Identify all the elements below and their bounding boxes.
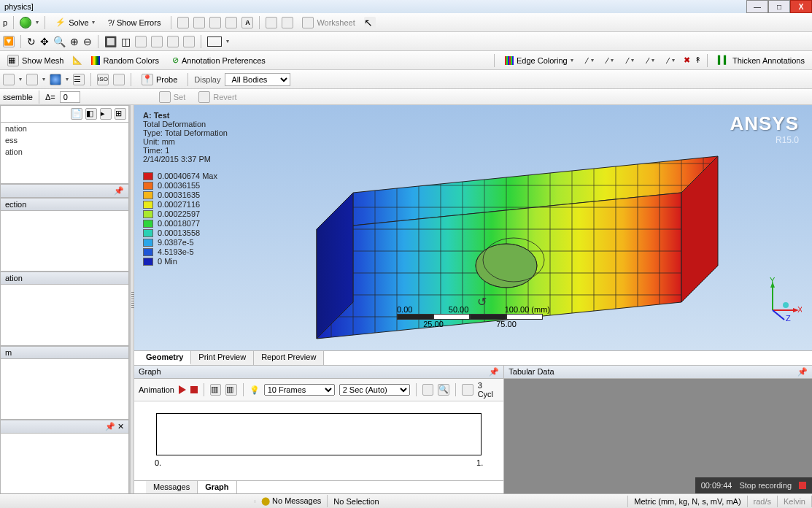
edge-style-4[interactable]: ∕▾ (643, 55, 659, 66)
solve-button[interactable]: ⚡Solve▾ (51, 17, 99, 28)
graph-body[interactable]: 0. 1. (134, 401, 503, 480)
set-icon (159, 91, 171, 103)
tree-item[interactable]: nation (1, 123, 128, 134)
window-minimize-button[interactable]: — (746, 0, 768, 13)
result-icon[interactable] (113, 74, 125, 85)
color-swatch[interactable] (207, 36, 222, 47)
show-errors-button[interactable]: ?/ Show Errors (104, 18, 166, 28)
edge-style-2[interactable]: ∕▾ (603, 55, 619, 66)
tool-icon[interactable]: A (241, 17, 253, 28)
worksheet-button[interactable]: Worksheet (298, 16, 359, 29)
result-icon[interactable] (26, 74, 38, 85)
view-tool-icon[interactable] (135, 36, 147, 47)
duration-select[interactable]: 2 Sec (Auto) (339, 384, 410, 396)
thicken-icon: ▍▍ (718, 55, 730, 65)
stop-button[interactable] (190, 386, 198, 393)
result-icon[interactable]: ☰ (73, 74, 85, 85)
graph-tool-icon[interactable] (462, 384, 473, 396)
tree-expand-icon[interactable]: ⊞ (115, 108, 126, 120)
bar-icon[interactable]: ▥ (210, 384, 222, 396)
pan-icon[interactable]: ✥ (40, 36, 49, 47)
close-icon[interactable]: ✕ (117, 422, 124, 431)
frames-select[interactable]: 10 Frames (264, 384, 335, 396)
edge-style-3[interactable]: ∕▾ (622, 55, 638, 66)
random-colors-button[interactable]: Random Colors (87, 55, 163, 66)
stop-recording-button[interactable]: Stop recording (739, 481, 792, 490)
display-label: Display (194, 75, 220, 84)
status-caret-icon[interactable]: ▾ (36, 19, 39, 26)
legend-swatch (143, 239, 153, 247)
bar-icon[interactable]: ▥ (225, 384, 237, 396)
tool-icon[interactable] (225, 17, 237, 28)
palette-icon (91, 56, 100, 65)
tool-icon[interactable] (282, 17, 293, 28)
bulb-icon[interactable]: 💡 (250, 385, 260, 395)
panel-header[interactable]: ection (0, 198, 129, 211)
probe-button[interactable]: 📍Probe (137, 73, 182, 86)
legend-subject: Total Deformation (143, 120, 228, 128)
tool-icon[interactable] (193, 17, 205, 28)
wireframe-icon[interactable]: 📐 (72, 55, 82, 65)
arrow-icon[interactable]: ↟ (695, 55, 701, 65)
titlebar: physics] — □ X (0, 0, 812, 13)
tab-report-preview[interactable]: Report Preview (254, 351, 324, 365)
tab-geometry[interactable]: Geometry (139, 351, 191, 365)
rotate-icon[interactable]: ↻ (27, 36, 36, 47)
play-button[interactable] (179, 385, 186, 394)
zoom-icon[interactable]: 🔍 (438, 384, 449, 396)
delta-input[interactable] (60, 91, 80, 103)
tool-icon[interactable] (209, 17, 221, 28)
filter-icon[interactable]: 🔽 (3, 36, 15, 47)
zoom-out-icon[interactable]: ⊖ (83, 36, 92, 47)
zoom-in-icon[interactable]: ⊕ (70, 36, 79, 47)
svg-text:Z: Z (786, 314, 791, 321)
assemble-label[interactable]: ssemble (3, 93, 33, 101)
tree-item[interactable]: ation (1, 146, 128, 158)
probe-marker-icon[interactable]: ✖ (684, 55, 690, 65)
zoom-icon[interactable]: 🔍 (53, 36, 66, 47)
pin-icon[interactable]: 📌 (797, 367, 808, 377)
fit-icon[interactable]: 🔲 (104, 36, 117, 47)
edge-style-5[interactable]: ∕▾ (663, 55, 679, 66)
result-icon[interactable] (50, 74, 61, 85)
pin-icon[interactable]: 📌 (114, 186, 124, 196)
panel-header[interactable]: ation (0, 272, 129, 285)
panel-header[interactable]: m (0, 346, 129, 359)
window-close-button[interactable]: X (790, 0, 812, 13)
tree-item[interactable]: ess (1, 134, 128, 146)
iso-icon[interactable]: ISO (97, 74, 109, 85)
tree-tool-icon[interactable]: ◧ (85, 108, 97, 120)
tool-icon[interactable] (177, 17, 189, 28)
pin-icon[interactable]: 📌 (105, 422, 115, 431)
pin-icon[interactable]: 📌 (489, 367, 499, 377)
view-tool-icon[interactable] (183, 36, 195, 47)
graph-tool-icon[interactable] (422, 384, 434, 396)
pointer-icon[interactable]: ↖ (364, 17, 376, 28)
edge-coloring-button[interactable]: Edge Coloring▾ (500, 55, 578, 66)
edge-style-1[interactable]: ∕▾ (582, 55, 598, 66)
menu-p[interactable]: p (3, 18, 7, 27)
box-zoom-icon[interactable]: ◫ (121, 36, 131, 47)
thicken-annotations-button[interactable]: ▍▍Thicken Annotations (714, 55, 809, 66)
viewport-3d[interactable]: A: Test Total Deformation Type: Total De… (134, 105, 812, 350)
revert-button[interactable]: Revert (194, 91, 241, 104)
show-mesh-button[interactable]: ▦Show Mesh (3, 54, 68, 67)
status-ok-icon[interactable] (20, 17, 31, 28)
bottom-panels: Graph📌 Animation ▥ ▥ 💡 10 Frames 2 Sec (… (134, 365, 812, 495)
set-button[interactable]: Set (155, 91, 190, 104)
view-tool-icon[interactable] (167, 36, 179, 47)
display-select[interactable]: All Bodies (225, 73, 290, 86)
brand-logo: ANSYS R15.0 (730, 112, 799, 145)
tree-tool-icon[interactable]: 📄 (71, 108, 82, 120)
svg-point-14 (783, 302, 789, 308)
tab-print-preview[interactable]: Print Preview (191, 351, 254, 365)
tool-icon[interactable] (266, 17, 277, 28)
tree-tool-icon[interactable]: ▸ (100, 108, 112, 120)
status-units: Metric (mm, kg, N, s, mV, mA) (628, 496, 747, 507)
view-triad[interactable]: Y X Z (758, 277, 802, 321)
window-maximize-button[interactable]: □ (768, 0, 790, 13)
view-tool-icon[interactable] (151, 36, 163, 47)
annotation-prefs-button[interactable]: ⊘Annotation Preferences (168, 55, 270, 66)
result-icon[interactable] (3, 74, 15, 85)
status-messages[interactable]: ⬤ No Messages (255, 495, 328, 507)
